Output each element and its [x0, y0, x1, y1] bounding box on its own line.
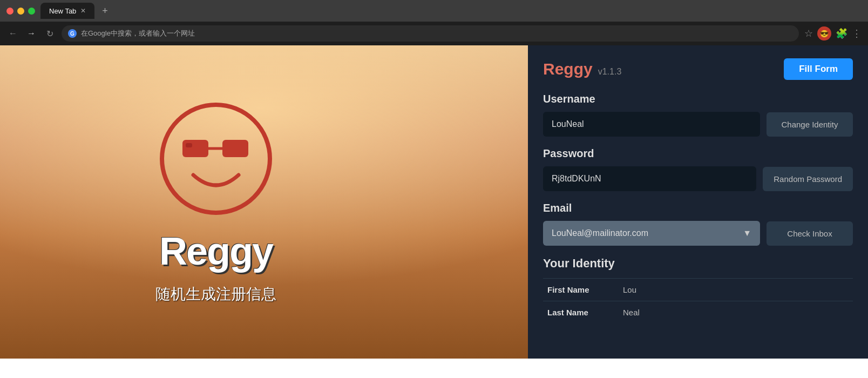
username-field-row: Change Identity	[543, 112, 853, 137]
username-section: Username Change Identity	[543, 93, 853, 137]
title-bar: New Tab ✕ +	[0, 0, 868, 22]
identity-title: Your Identity	[543, 256, 853, 271]
reggy-panel: Reggy v1.1.3 Fill Form Username Change I…	[528, 45, 868, 359]
svg-rect-2	[222, 140, 248, 157]
password-label: Password	[543, 147, 853, 160]
panel-version: v1.1.3	[598, 67, 622, 77]
lastname-value: Neal	[619, 301, 853, 324]
reggy-face-icon	[157, 99, 275, 218]
table-row: Last Name Neal	[543, 301, 853, 324]
password-field-row: Random Password	[543, 166, 853, 191]
fill-form-button[interactable]: Fill Form	[784, 58, 853, 80]
email-dropdown[interactable]: LouNeal@mailinator.com ▼	[543, 221, 760, 246]
username-input[interactable]	[543, 112, 760, 137]
panel-title: Reggy	[543, 60, 593, 78]
table-row: First Name Lou	[543, 279, 853, 301]
main-content: Reggy 随机生成注册信息 Reggy v1.1.3 Fill Form Us…	[0, 45, 868, 359]
user-avatar[interactable]: 😎	[817, 26, 831, 40]
email-value: LouNeal@mailinator.com	[552, 228, 648, 238]
google-icon: G	[68, 29, 77, 38]
dropdown-arrow-icon: ▼	[743, 228, 751, 238]
firstname-label: First Name	[543, 279, 619, 301]
address-bar: ← → ↻ G 在Google中搜索，或者输入一个网址 ☆ 😎 🧩 ⋮	[0, 22, 868, 45]
panel-header: Reggy v1.1.3 Fill Form	[543, 58, 853, 80]
menu-icon[interactable]: ⋮	[852, 28, 862, 39]
svg-rect-1	[182, 140, 208, 157]
identity-section: Your Identity First Name Lou Last Name N…	[543, 256, 853, 323]
close-button[interactable]	[6, 8, 13, 15]
bookmark-icon[interactable]: ☆	[804, 28, 813, 39]
forward-button[interactable]: →	[25, 29, 38, 38]
refresh-button[interactable]: ↻	[43, 29, 56, 39]
extensions-icon[interactable]: 🧩	[836, 28, 847, 39]
tab-close-icon[interactable]: ✕	[80, 7, 86, 15]
hero-subtitle: 随机生成注册信息	[155, 284, 276, 305]
panel-title-group: Reggy v1.1.3	[543, 60, 621, 78]
identity-table: First Name Lou Last Name Neal	[543, 278, 853, 323]
svg-point-0	[162, 105, 270, 213]
tab-title: New Tab	[49, 7, 76, 15]
address-input-container[interactable]: G 在Google中搜索，或者输入一个网址	[62, 25, 799, 42]
svg-rect-4	[186, 143, 192, 147]
new-tab-button[interactable]: +	[102, 5, 108, 17]
active-tab[interactable]: New Tab ✕	[40, 3, 94, 19]
hero-title: Reggy	[159, 229, 273, 273]
minimize-button[interactable]	[17, 8, 24, 15]
browser-chrome: New Tab ✕ + ← → ↻ G 在Google中搜索，或者输入一个网址 …	[0, 0, 868, 45]
random-password-button[interactable]: Random Password	[763, 167, 853, 191]
toolbar-icons: ☆ 😎 🧩 ⋮	[804, 26, 862, 40]
change-identity-button[interactable]: Change Identity	[767, 112, 853, 137]
username-label: Username	[543, 93, 853, 105]
password-section: Password Random Password	[543, 147, 853, 191]
firstname-value: Lou	[619, 279, 853, 301]
email-section: Email LouNeal@mailinator.com ▼ Check Inb…	[543, 202, 853, 246]
email-label: Email	[543, 202, 853, 214]
password-input[interactable]	[543, 166, 756, 191]
maximize-button[interactable]	[28, 8, 35, 15]
lastname-label: Last Name	[543, 301, 619, 324]
hero-area: Reggy 随机生成注册信息	[0, 45, 432, 359]
address-text: 在Google中搜索，或者输入一个网址	[81, 29, 792, 38]
check-inbox-button[interactable]: Check Inbox	[767, 221, 853, 246]
back-button[interactable]: ←	[6, 29, 19, 38]
email-field-row: LouNeal@mailinator.com ▼ Check Inbox	[543, 221, 853, 246]
traffic-lights	[6, 8, 35, 15]
